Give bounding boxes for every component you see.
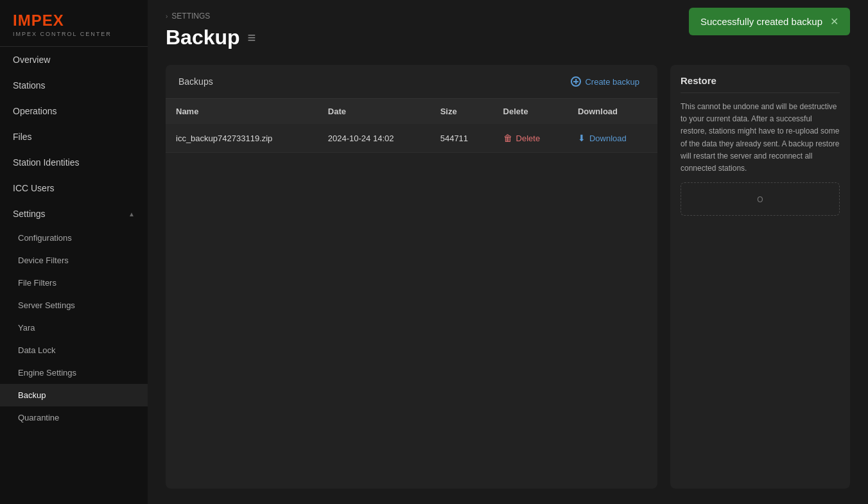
backup-panel: Backups Create backup Name Date Size Del… xyxy=(166,65,657,489)
restore-panel: Restore This cannot be undone and will b… xyxy=(670,65,850,489)
sidebar: IMPEX IMPEX CONTROL CENTER Overview Stat… xyxy=(0,0,148,504)
sidebar-sub-backup[interactable]: Backup xyxy=(0,384,148,406)
col-download: Download xyxy=(568,99,657,124)
col-date: Date xyxy=(318,99,430,124)
settings-chevron-icon: ▲ xyxy=(128,211,135,218)
sidebar-item-stations[interactable]: Stations xyxy=(0,73,148,98)
breadcrumb-chevron-icon: › xyxy=(166,13,168,20)
backup-icon: ≡ xyxy=(248,30,256,46)
logo-area: IMPEX IMPEX CONTROL CENTER xyxy=(0,0,148,47)
restore-description: This cannot be undone and will be destru… xyxy=(681,101,840,175)
sidebar-sub-device-filters[interactable]: Device Filters xyxy=(0,249,148,272)
col-size: Size xyxy=(430,99,493,124)
page-title: Backup xyxy=(166,26,240,49)
backup-size: 544711 xyxy=(430,124,493,153)
trash-icon: 🗑 xyxy=(503,133,512,143)
sidebar-sub-server-settings[interactable]: Server Settings xyxy=(0,294,148,317)
sidebar-item-operations[interactable]: Operations xyxy=(0,98,148,124)
backup-name: icc_backup742733119.zip xyxy=(166,124,318,153)
sidebar-sub-configurations[interactable]: Configurations xyxy=(0,227,148,249)
backup-panel-header: Backups Create backup xyxy=(166,65,657,99)
toast-close-button[interactable]: ✕ xyxy=(830,15,838,28)
backup-download-cell: ⬇ Download xyxy=(568,124,657,153)
restore-title: Restore xyxy=(681,75,840,93)
sidebar-item-files[interactable]: Files xyxy=(0,124,148,150)
breadcrumb-settings: SETTINGS xyxy=(171,12,210,21)
main-content: › SETTINGS Backup ≡ Successfully created… xyxy=(148,0,868,504)
sidebar-sub-data-lock[interactable]: Data Lock xyxy=(0,339,148,361)
table-wrapper: Name Date Size Delete Download icc_backu… xyxy=(166,99,657,153)
table-row: icc_backup742733119.zip 2024-10-24 14:02… xyxy=(166,124,657,153)
upload-label: O xyxy=(757,195,763,204)
col-name: Name xyxy=(166,99,318,124)
download-backup-button[interactable]: ⬇ Download xyxy=(578,132,627,144)
sidebar-item-overview[interactable]: Overview xyxy=(0,47,148,73)
sidebar-sub-yara[interactable]: Yara xyxy=(0,317,148,339)
download-icon: ⬇ xyxy=(578,133,586,143)
sidebar-item-icc-users[interactable]: ICC Users xyxy=(0,175,148,201)
table-header-row: Name Date Size Delete Download xyxy=(166,99,657,124)
col-delete: Delete xyxy=(493,99,568,124)
logo-text: IMPEX xyxy=(13,12,135,30)
sidebar-sub-engine-settings[interactable]: Engine Settings xyxy=(0,361,148,384)
logo-subtitle: IMPEX CONTROL CENTER xyxy=(13,31,135,37)
sidebar-item-station-identities[interactable]: Station Identities xyxy=(0,150,148,175)
page-header: › SETTINGS Backup ≡ Successfully created… xyxy=(148,0,868,49)
delete-backup-button[interactable]: 🗑 Delete xyxy=(503,132,541,144)
backup-delete-cell: 🗑 Delete xyxy=(493,124,568,153)
sidebar-sub-file-filters[interactable]: File Filters xyxy=(0,272,148,294)
sidebar-sub-quarantine[interactable]: Quarantine xyxy=(0,406,148,429)
backup-date: 2024-10-24 14:02 xyxy=(318,124,430,153)
backups-table: Name Date Size Delete Download icc_backu… xyxy=(166,99,657,153)
restore-upload-box[interactable]: O xyxy=(681,182,840,216)
success-toast: Successfully created backup ✕ xyxy=(689,8,850,35)
create-backup-button[interactable]: Create backup xyxy=(566,74,645,89)
backups-title: Backups xyxy=(178,76,213,87)
sidebar-item-settings[interactable]: Settings ▲ xyxy=(0,201,148,227)
plus-circle-icon xyxy=(571,76,581,87)
content-area: Backups Create backup Name Date Size Del… xyxy=(148,49,868,504)
toast-message: Successfully created backup xyxy=(700,16,822,27)
